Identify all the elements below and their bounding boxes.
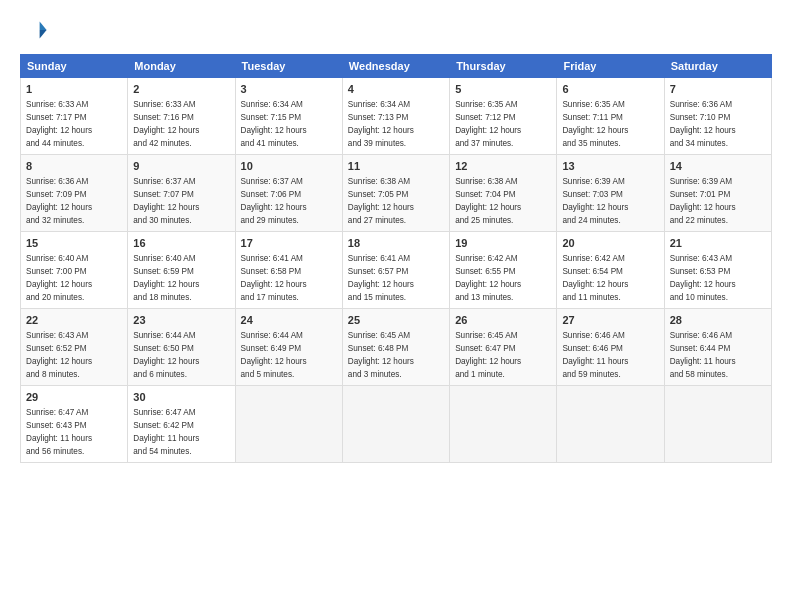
day-25: 25Sunrise: 6:45 AMSunset: 6:48 PMDayligh… xyxy=(342,308,449,385)
day-23: 23Sunrise: 6:44 AMSunset: 6:50 PMDayligh… xyxy=(128,308,235,385)
day-7: 7Sunrise: 6:36 AMSunset: 7:10 PMDaylight… xyxy=(664,78,771,155)
day-21: 21Sunrise: 6:43 AMSunset: 6:53 PMDayligh… xyxy=(664,231,771,308)
calendar-week-2: 8Sunrise: 6:36 AMSunset: 7:09 PMDaylight… xyxy=(21,154,772,231)
header xyxy=(20,16,772,44)
day-28: 28Sunrise: 6:46 AMSunset: 6:44 PMDayligh… xyxy=(664,308,771,385)
day-18: 18Sunrise: 6:41 AMSunset: 6:57 PMDayligh… xyxy=(342,231,449,308)
day-11: 11Sunrise: 6:38 AMSunset: 7:05 PMDayligh… xyxy=(342,154,449,231)
calendar-body: 1Sunrise: 6:33 AMSunset: 7:17 PMDaylight… xyxy=(21,78,772,463)
empty-cell xyxy=(557,385,664,462)
calendar-week-4: 22Sunrise: 6:43 AMSunset: 6:52 PMDayligh… xyxy=(21,308,772,385)
day-20: 20Sunrise: 6:42 AMSunset: 6:54 PMDayligh… xyxy=(557,231,664,308)
day-8: 8Sunrise: 6:36 AMSunset: 7:09 PMDaylight… xyxy=(21,154,128,231)
header-cell-wednesday: Wednesday xyxy=(342,55,449,78)
logo-icon xyxy=(20,16,48,44)
day-22: 22Sunrise: 6:43 AMSunset: 6:52 PMDayligh… xyxy=(21,308,128,385)
day-26: 26Sunrise: 6:45 AMSunset: 6:47 PMDayligh… xyxy=(450,308,557,385)
header-cell-thursday: Thursday xyxy=(450,55,557,78)
day-9: 9Sunrise: 6:37 AMSunset: 7:07 PMDaylight… xyxy=(128,154,235,231)
day-13: 13Sunrise: 6:39 AMSunset: 7:03 PMDayligh… xyxy=(557,154,664,231)
empty-cell xyxy=(235,385,342,462)
day-15: 15Sunrise: 6:40 AMSunset: 7:00 PMDayligh… xyxy=(21,231,128,308)
header-cell-tuesday: Tuesday xyxy=(235,55,342,78)
day-29: 29Sunrise: 6:47 AMSunset: 6:43 PMDayligh… xyxy=(21,385,128,462)
logo xyxy=(20,16,50,44)
day-2: 2Sunrise: 6:33 AMSunset: 7:16 PMDaylight… xyxy=(128,78,235,155)
day-12: 12Sunrise: 6:38 AMSunset: 7:04 PMDayligh… xyxy=(450,154,557,231)
empty-cell xyxy=(450,385,557,462)
header-cell-monday: Monday xyxy=(128,55,235,78)
page: SundayMondayTuesdayWednesdayThursdayFrid… xyxy=(0,0,792,612)
empty-cell xyxy=(342,385,449,462)
day-1: 1Sunrise: 6:33 AMSunset: 7:17 PMDaylight… xyxy=(21,78,128,155)
day-10: 10Sunrise: 6:37 AMSunset: 7:06 PMDayligh… xyxy=(235,154,342,231)
day-19: 19Sunrise: 6:42 AMSunset: 6:55 PMDayligh… xyxy=(450,231,557,308)
calendar-header: SundayMondayTuesdayWednesdayThursdayFrid… xyxy=(21,55,772,78)
day-16: 16Sunrise: 6:40 AMSunset: 6:59 PMDayligh… xyxy=(128,231,235,308)
day-3: 3Sunrise: 6:34 AMSunset: 7:15 PMDaylight… xyxy=(235,78,342,155)
svg-marker-1 xyxy=(40,30,47,38)
empty-cell xyxy=(664,385,771,462)
day-30: 30Sunrise: 6:47 AMSunset: 6:42 PMDayligh… xyxy=(128,385,235,462)
calendar-week-5: 29Sunrise: 6:47 AMSunset: 6:43 PMDayligh… xyxy=(21,385,772,462)
header-row: SundayMondayTuesdayWednesdayThursdayFrid… xyxy=(21,55,772,78)
day-6: 6Sunrise: 6:35 AMSunset: 7:11 PMDaylight… xyxy=(557,78,664,155)
svg-marker-0 xyxy=(40,22,47,30)
day-5: 5Sunrise: 6:35 AMSunset: 7:12 PMDaylight… xyxy=(450,78,557,155)
calendar-table: SundayMondayTuesdayWednesdayThursdayFrid… xyxy=(20,54,772,463)
calendar-week-1: 1Sunrise: 6:33 AMSunset: 7:17 PMDaylight… xyxy=(21,78,772,155)
header-cell-sunday: Sunday xyxy=(21,55,128,78)
day-24: 24Sunrise: 6:44 AMSunset: 6:49 PMDayligh… xyxy=(235,308,342,385)
day-27: 27Sunrise: 6:46 AMSunset: 6:46 PMDayligh… xyxy=(557,308,664,385)
header-cell-friday: Friday xyxy=(557,55,664,78)
calendar-week-3: 15Sunrise: 6:40 AMSunset: 7:00 PMDayligh… xyxy=(21,231,772,308)
day-17: 17Sunrise: 6:41 AMSunset: 6:58 PMDayligh… xyxy=(235,231,342,308)
header-cell-saturday: Saturday xyxy=(664,55,771,78)
day-14: 14Sunrise: 6:39 AMSunset: 7:01 PMDayligh… xyxy=(664,154,771,231)
day-4: 4Sunrise: 6:34 AMSunset: 7:13 PMDaylight… xyxy=(342,78,449,155)
